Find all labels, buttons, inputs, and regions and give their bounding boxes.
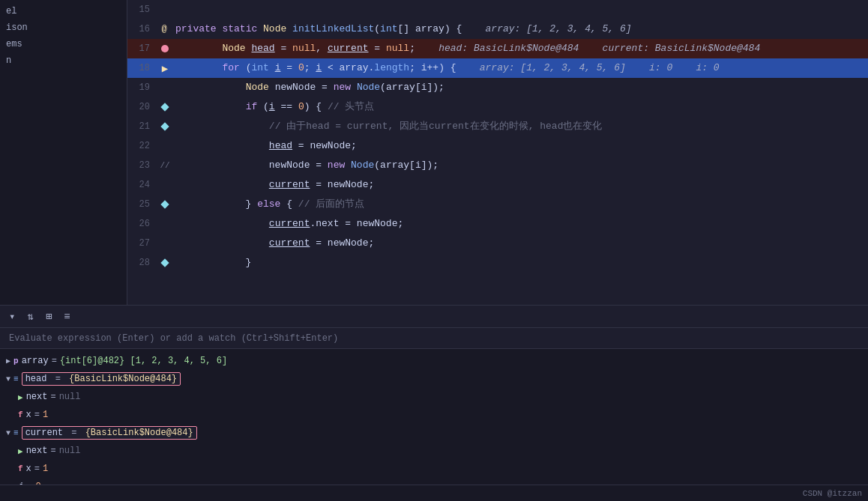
var-expand-head: ▼ — [6, 375, 10, 383]
sidebar-item-el[interactable]: el — [0, 3, 127, 19]
breakpoint-icon — [161, 45, 169, 52]
var-expand-array: ▶ — [6, 356, 10, 365]
line-number-21: 21 — [127, 121, 157, 132]
line-number-18: 18 — [127, 63, 157, 73]
line-number-16: 16 — [127, 24, 157, 34]
var-item-current-x[interactable]: f x = 1 — [12, 460, 868, 478]
line-content-16: private static Node initLinkedList(int[]… — [172, 19, 868, 39]
line-content-19: Node newNode = new Node(array[i]); — [172, 78, 868, 97]
current-line-arrow: ▶ — [162, 62, 168, 75]
var-item-head-next[interactable]: ▶ next = null — [12, 388, 868, 406]
var-icon-head-next: ▶ — [18, 392, 23, 402]
code-line-22: 22 head = newNode; — [127, 136, 868, 156]
var-val-head-next: null — [59, 392, 81, 402]
line-gutter-21 — [157, 124, 172, 130]
var-item-head[interactable]: ▼ ≡ head = {BasicLink$Node@484} — [0, 370, 868, 388]
code-line-17: 17 Node head = null, current = null; hea… — [127, 39, 868, 58]
line-gutter-16: @ — [157, 24, 172, 34]
var-name-current-x: x — [26, 464, 31, 474]
line-number-28: 28 — [127, 258, 157, 268]
code-line-18: 18 ▶ for (int i = 0; i < array.length; i… — [127, 58, 868, 78]
line-number-23: 23 — [127, 160, 157, 171]
toolbar-up-down-icon[interactable]: ⇅ — [24, 309, 36, 324]
line-number-26: 26 — [127, 219, 157, 229]
debug-at-icon: @ — [161, 24, 166, 34]
var-name-head: head — [25, 374, 47, 384]
line-content-21: // 由于head = current, 因此当current在变化的时候, h… — [172, 117, 868, 136]
line-number-17: 17 — [127, 43, 157, 54]
code-line-26: 26 current.next = newNode; — [127, 214, 868, 234]
code-line-16: 16 @ private static Node initLinkedList(… — [127, 19, 868, 39]
debug-expression-bar[interactable]: Evaluate expression (Enter) or add a wat… — [0, 328, 868, 349]
code-lines: 15 16 @ private static Node initLinkedLi… — [127, 0, 868, 273]
var-highlight-current: current = {BasicLink$Node@484} — [22, 426, 197, 440]
line-content-26: current.next = newNode; — [172, 214, 868, 234]
var-item-i[interactable]: oo i = 0 — [0, 478, 868, 485]
code-line-15: 15 — [127, 0, 868, 19]
line-number-22: 22 — [127, 141, 157, 151]
line-number-19: 19 — [127, 82, 157, 93]
line-content-23: newNode = new Node(array[i]); — [172, 156, 868, 175]
line-content-24: current = newNode; — [172, 175, 868, 195]
var-icon-current-next: ▶ — [18, 446, 23, 456]
var-icon-p: p — [13, 356, 19, 365]
line-number-25: 25 — [127, 199, 157, 210]
bottom-bar-text: CSDN @itzzan — [803, 489, 862, 498]
var-item-array[interactable]: ▶ p array = {int[6]@482} [1, 2, 3, 4, 5,… — [0, 352, 868, 370]
var-expand-current: ▼ — [6, 429, 10, 437]
var-eq-current-x: = — [34, 464, 40, 474]
expression-placeholder-text: Evaluate expression (Enter) or add a wat… — [9, 333, 338, 344]
code-line-19: 19 Node newNode = new Node(array[i]); — [127, 78, 868, 97]
var-item-current[interactable]: ▼ ≡ current = {BasicLink$Node@484} — [0, 424, 868, 442]
line-gutter-25 — [157, 201, 172, 207]
diamond-icon-20 — [160, 103, 169, 111]
diamond-icon-21 — [160, 122, 169, 130]
var-val-current-next: null — [59, 446, 81, 456]
bottom-bar: CSDN @itzzan — [0, 485, 868, 501]
sidebar-item-ems[interactable]: ems — [0, 36, 127, 52]
debug-panel: ▾ ⇅ ⊞ ≡ Evaluate expression (Enter) or a… — [0, 305, 868, 485]
var-icon-head: ≡ — [13, 374, 19, 383]
line-content-20: if (i == 0) { // 头节点 — [172, 97, 868, 117]
var-name-current: current — [25, 428, 63, 438]
var-val-current: {BasicLink$Node@484} — [85, 428, 193, 438]
code-editor: 15 16 @ private static Node initLinkedLi… — [127, 0, 868, 305]
code-line-23: 23 // newNode = new Node(array[i]); — [127, 156, 868, 175]
line-content-28: } — [172, 253, 868, 273]
line-number-24: 24 — [127, 180, 157, 190]
var-item-current-next[interactable]: ▶ next = null — [12, 442, 868, 460]
diamond-icon-25 — [160, 200, 169, 208]
var-name-head-next: next — [26, 392, 48, 402]
line-content-17: Node head = null, current = null; head: … — [172, 39, 868, 58]
code-line-28: 28 } — [127, 253, 868, 273]
line-content-25: } else { // 后面的节点 — [172, 195, 868, 214]
line-content-27: current = newNode; — [172, 234, 868, 253]
var-val-array: {int[6]@482} [1, 2, 3, 4, 5, 6] — [60, 356, 227, 366]
var-val-head-x: 1 — [43, 410, 48, 420]
sidebar-item-ison[interactable]: ison — [0, 19, 127, 36]
sidebar-item-n[interactable]: n — [0, 52, 127, 69]
line-gutter-23: // — [157, 161, 172, 170]
var-eq-current-next: = — [50, 446, 55, 456]
var-icon-head-x: f — [18, 410, 23, 419]
var-eq-head-x: = — [34, 410, 40, 420]
var-val-current-x: 1 — [43, 464, 48, 474]
var-name-head-x: x — [26, 410, 31, 420]
line-gutter-28 — [157, 260, 172, 266]
debug-toolbar: ▾ ⇅ ⊞ ≡ — [0, 306, 868, 328]
toolbar-table-icon[interactable]: ⊞ — [43, 309, 55, 324]
code-line-27: 27 current = newNode; — [127, 234, 868, 253]
var-eq-array: = — [52, 356, 57, 366]
var-val-head: {BasicLink$Node@484} — [69, 374, 177, 384]
diamond-icon-28 — [160, 258, 169, 267]
sidebar: el ison ems n — [0, 0, 127, 305]
line-number-20: 20 — [127, 102, 157, 112]
var-item-head-x[interactable]: f x = 1 — [12, 406, 868, 424]
toolbar-list-icon[interactable]: ≡ — [61, 309, 73, 324]
var-eq-head-next: = — [50, 392, 55, 402]
var-highlight-head: head = {BasicLink$Node@484} — [22, 372, 181, 386]
var-eq-head: = — [55, 374, 61, 384]
code-line-24: 24 current = newNode; — [127, 175, 868, 195]
line-gutter-18: ▶ — [157, 62, 172, 75]
toolbar-down-icon[interactable]: ▾ — [6, 309, 18, 324]
